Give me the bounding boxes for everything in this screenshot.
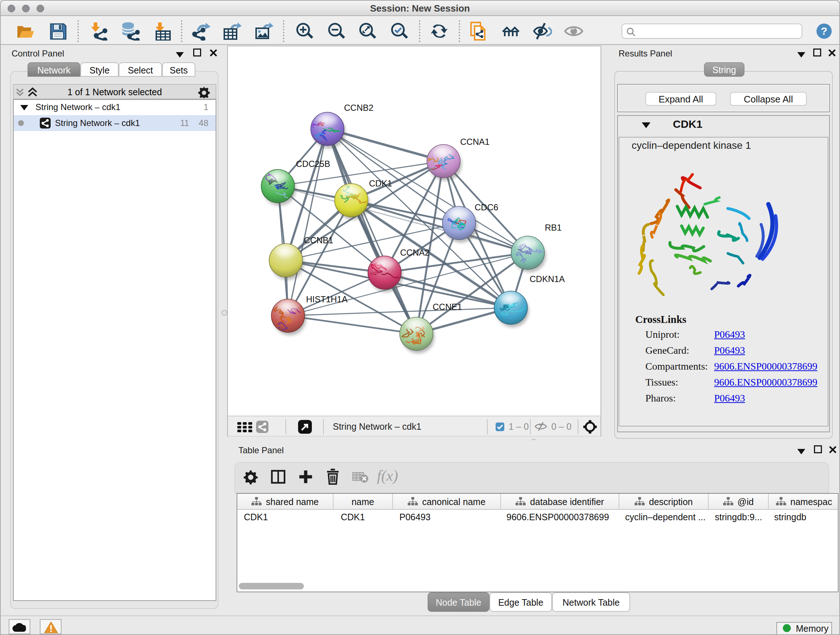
svg-text:CDC6: CDC6 [475,203,498,212]
svg-text:CCNA2: CCNA2 [400,248,429,257]
svg-text:CCNE1: CCNE1 [433,302,462,312]
svg-text:CCNA1: CCNA1 [460,137,489,147]
svg-text:CCNB1: CCNB1 [304,235,333,245]
svg-text:?: ? [821,25,827,37]
svg-text:CCNB2: CCNB2 [344,103,373,112]
svg-text:HIST1H1A: HIST1H1A [306,295,347,304]
svg-text:CDC25B: CDC25B [296,159,330,169]
svg-text:CDK1: CDK1 [369,179,392,188]
svg-text:CDKN1A: CDKN1A [530,274,565,284]
svg-text:RB1: RB1 [545,223,562,233]
